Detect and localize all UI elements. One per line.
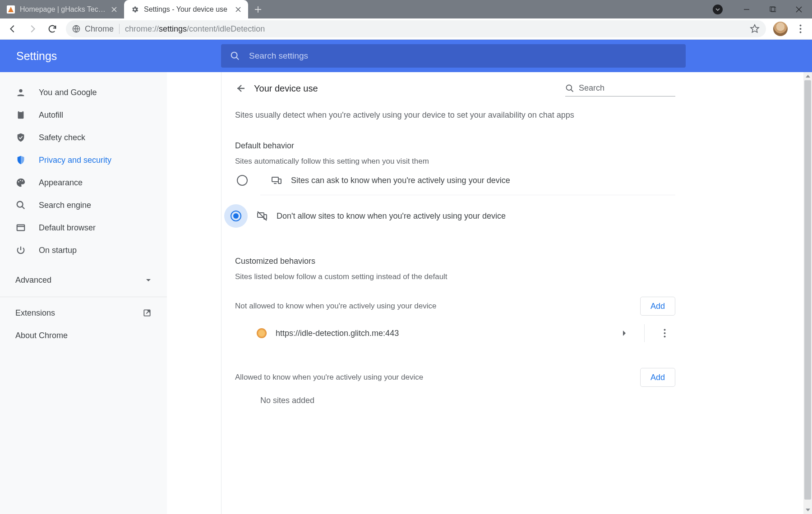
profile-avatar[interactable]: [773, 22, 788, 36]
svg-point-22: [664, 329, 665, 331]
svg-point-11: [18, 181, 19, 183]
sidebar-item-on-startup[interactable]: On startup: [0, 239, 167, 262]
sidebar-label: Default browser: [39, 223, 96, 233]
settings-search[interactable]: Search settings: [221, 44, 686, 68]
sidebar-item-appearance[interactable]: Appearance: [0, 171, 167, 194]
svg-point-14: [17, 202, 23, 207]
forward-button[interactable]: [23, 20, 42, 38]
svg-point-17: [567, 85, 572, 90]
allow-heading: Allowed to know when you're actively usi…: [235, 373, 423, 382]
svg-point-13: [22, 180, 23, 182]
allow-empty-text: No sites added: [235, 396, 675, 405]
reload-button[interactable]: [43, 20, 61, 38]
sidebar-advanced[interactable]: Advanced: [0, 269, 167, 291]
svg-rect-15: [17, 225, 25, 231]
svg-rect-10: [19, 110, 22, 112]
radio-icon: [237, 175, 248, 186]
omnibox-divider: [119, 24, 120, 34]
row-separator: [644, 324, 645, 342]
open-external-icon: [143, 308, 152, 317]
radio-selected-halo: [224, 204, 248, 228]
back-arrow-icon[interactable]: [235, 83, 246, 94]
site-url: https://idle-detection.glitch.me:443: [276, 329, 604, 338]
sidebar-item-default-browser[interactable]: Default browser: [0, 216, 167, 239]
shield-check-icon: [15, 132, 26, 143]
maximize-button[interactable]: [760, 0, 786, 18]
sidebar-label: Privacy and security: [39, 156, 111, 165]
back-button[interactable]: [4, 20, 22, 38]
site-info-button[interactable]: Chrome: [72, 24, 114, 34]
chrome-menu-button[interactable]: [792, 20, 808, 38]
panel-search[interactable]: Search: [565, 80, 675, 96]
radio-allow-ask[interactable]: Sites can ask to know when you're active…: [237, 166, 675, 195]
close-window-button[interactable]: [786, 0, 812, 18]
sidebar-extensions[interactable]: Extensions: [0, 302, 167, 324]
scroll-down-icon[interactable]: [803, 506, 812, 514]
search-icon: [230, 51, 240, 61]
add-block-button[interactable]: Add: [640, 297, 675, 316]
sidebar-item-safety-check[interactable]: Safety check: [0, 126, 167, 149]
clipboard-icon: [15, 110, 26, 120]
gear-icon: [130, 5, 139, 14]
omnibox[interactable]: Chrome chrome://settings/content/idleDet…: [66, 20, 766, 37]
secure-label: Chrome: [85, 24, 114, 34]
address-bar: Chrome chrome://settings/content/idleDet…: [0, 18, 812, 40]
page-title: Your device use: [254, 83, 557, 94]
sidebar-item-autofill[interactable]: Autofill: [0, 104, 167, 126]
sidebar-separator: [0, 297, 167, 297]
block-heading: Not allowed to know when you're actively…: [235, 302, 436, 311]
svg-point-8: [19, 89, 22, 92]
radio-dont-allow[interactable]: Don't allow sites to know when you're ac…: [231, 195, 675, 237]
url-text: chrome://settings/content/idleDetection: [125, 24, 744, 34]
chevron-right-icon[interactable]: [614, 322, 635, 344]
section-custom-subtitle: Sites listed below follow a custom setti…: [235, 272, 675, 281]
chevron-down-icon: [145, 277, 152, 283]
tab-ghacks[interactable]: Homepage | gHacks Technology: [0, 0, 124, 18]
svg-rect-9: [18, 111, 24, 119]
sidebar-label: About Chrome: [15, 331, 68, 340]
minimize-button[interactable]: [734, 0, 760, 18]
site-row[interactable]: https://idle-detection.glitch.me:443: [235, 320, 675, 346]
sidebar-about-chrome[interactable]: About Chrome: [0, 324, 167, 347]
window-controls: [713, 0, 812, 18]
site-favicon: [257, 328, 267, 338]
window-titlebar: Homepage | gHacks Technology Settings - …: [0, 0, 812, 18]
extension-indicator-icon[interactable]: [713, 5, 723, 14]
svg-point-4: [799, 25, 801, 27]
scroll-up-icon[interactable]: [803, 72, 812, 80]
sidebar-label: On startup: [39, 246, 77, 255]
tab-settings[interactable]: Settings - Your device use: [124, 0, 248, 18]
bookmark-star-icon[interactable]: [750, 24, 760, 34]
new-tab-button[interactable]: [250, 1, 266, 18]
settings-header: Settings Search settings: [0, 40, 812, 72]
sidebar-label: Extensions: [15, 308, 55, 318]
sidebar-item-privacy-security[interactable]: Privacy and security: [0, 149, 167, 171]
scroll-thumb[interactable]: [804, 80, 811, 500]
close-icon[interactable]: [235, 6, 242, 13]
sidebar-label: Safety check: [39, 133, 85, 142]
more-actions-button[interactable]: [654, 322, 675, 344]
search-icon: [565, 84, 574, 93]
settings-sidebar: You and Google Autofill Safety check Pri…: [0, 72, 167, 514]
favicon-ghacks: [6, 5, 15, 14]
svg-point-6: [799, 32, 801, 33]
settings-panel: Your device use Search Sites usually det…: [221, 72, 689, 514]
right-gutter: [686, 72, 812, 514]
allow-list-head: Allowed to know when you're actively usi…: [235, 368, 675, 387]
search-placeholder: Search settings: [249, 51, 308, 61]
svg-point-7: [231, 52, 237, 58]
radio-label: Sites can ask to know when you're active…: [291, 176, 510, 185]
settings-brand: Settings: [0, 50, 221, 63]
scrollbar[interactable]: [803, 72, 812, 514]
sidebar-label: Autofill: [39, 110, 63, 120]
sidebar-item-you-and-google[interactable]: You and Google: [0, 81, 167, 104]
sidebar-item-search-engine[interactable]: Search engine: [0, 194, 167, 216]
svg-rect-19: [278, 179, 281, 184]
section-default-behavior-subtitle: Sites automatically follow this setting …: [235, 157, 675, 166]
add-allow-button[interactable]: Add: [640, 368, 675, 387]
devices-icon: [271, 175, 282, 186]
section-default-behavior-title: Default behavior: [235, 141, 675, 151]
close-icon[interactable]: [111, 6, 118, 13]
sidebar-label: You and Google: [39, 88, 97, 97]
sidebar-label: Appearance: [39, 178, 83, 188]
